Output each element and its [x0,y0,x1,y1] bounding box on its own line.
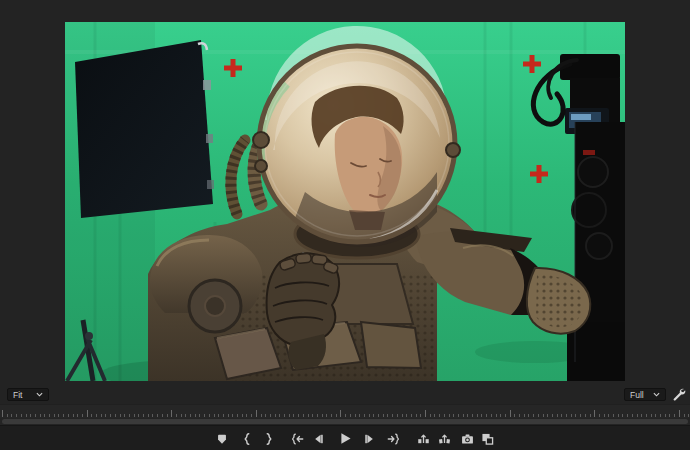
ruler-minor-tick [378,414,379,417]
ruler-minor-tick [44,414,45,417]
timeline-scrollbar[interactable] [2,419,688,424]
ruler-minor-tick [608,414,609,417]
ruler-major-tick [510,410,511,417]
mark-out-icon [262,432,276,446]
ruler-minor-tick [646,414,647,417]
ruler-minor-tick [453,414,454,417]
ruler-minor-tick [279,414,280,417]
ruler-minor-tick [420,414,421,417]
ruler-minor-tick [411,414,412,417]
ruler-minor-tick [251,414,252,417]
ruler-minor-tick [11,414,12,417]
ruler-minor-tick [275,414,276,417]
resolution-value: Full [630,390,644,400]
chevron-down-icon [653,392,660,397]
ruler-minor-tick [684,414,685,417]
ruler-minor-tick [185,414,186,417]
ruler-minor-tick [115,414,116,417]
ruler-minor-tick [359,414,360,417]
add-marker-button[interactable] [214,431,230,447]
ruler-minor-tick [387,414,388,417]
ruler-minor-tick [35,414,36,417]
ruler-minor-tick [218,414,219,417]
step-forward-button[interactable] [362,431,378,447]
ruler-major-tick [594,410,595,417]
comparison-view-button[interactable] [479,431,495,447]
go-to-in-icon [290,432,305,446]
ruler-major-tick [340,410,341,417]
ruler-minor-tick [54,414,55,417]
ruler-minor-tick [665,414,666,417]
ruler-major-tick [425,410,426,417]
ruler-minor-tick [514,414,515,417]
ruler-minor-tick [105,414,106,417]
program-monitor-panel: Fit Full [0,0,690,450]
step-back-icon [311,432,325,446]
ruler-minor-tick [261,414,262,417]
ruler-minor-tick [148,414,149,417]
ruler-minor-tick [143,414,144,417]
ruler-minor-tick [350,414,351,417]
ruler-minor-tick [383,414,384,417]
ruler-minor-tick [167,414,168,417]
ruler-minor-tick [402,414,403,417]
ruler-minor-tick [364,414,365,417]
ruler-minor-tick [199,414,200,417]
go-to-in-button[interactable] [289,431,305,447]
play-button[interactable] [337,431,353,447]
ruler-minor-tick [472,414,473,417]
ruler-minor-tick [293,414,294,417]
ruler-minor-tick [547,414,548,417]
ruler-minor-tick [63,414,64,417]
ruler-minor-tick [336,414,337,417]
step-back-button[interactable] [310,431,326,447]
ruler-minor-tick [660,414,661,417]
extract-icon [437,432,452,446]
ruler-minor-tick [369,414,370,417]
ruler-minor-tick [618,414,619,417]
ruler-minor-tick [632,414,633,417]
lift-button[interactable] [415,431,431,447]
ruler-minor-tick [289,414,290,417]
go-to-out-icon [386,432,401,446]
ruler-minor-tick [373,414,374,417]
zoom-level-select[interactable]: Fit [7,388,49,401]
ruler-minor-tick [557,414,558,417]
ruler-minor-tick [82,414,83,417]
mark-in-button[interactable] [239,431,255,447]
ruler-minor-tick [543,414,544,417]
ruler-minor-tick [406,414,407,417]
mark-out-button[interactable] [261,431,277,447]
ruler-minor-tick [528,414,529,417]
playback-resolution-select[interactable]: Full [624,388,666,401]
go-to-out-button[interactable] [385,431,401,447]
ruler-minor-tick [571,414,572,417]
export-frame-button[interactable] [459,431,475,447]
step-forward-icon [363,432,377,446]
lift-icon [416,432,431,446]
ruler-minor-tick [331,414,332,417]
ruler-minor-tick [524,414,525,417]
ruler-minor-tick [430,414,431,417]
ruler-minor-tick [110,414,111,417]
ruler-minor-tick [312,414,313,417]
settings-wrench-icon[interactable] [671,387,686,402]
ruler-minor-tick [519,414,520,417]
ruler-minor-tick [317,414,318,417]
zoom-level-value: Fit [13,390,22,400]
ruler-minor-tick [58,414,59,417]
ruler-minor-tick [669,414,670,417]
ruler-minor-tick [124,414,125,417]
ruler-minor-tick [49,414,50,417]
ruler-minor-tick [467,414,468,417]
ruler-minor-tick [303,414,304,417]
ruler-minor-tick [152,414,153,417]
timeline-ruler[interactable] [0,404,690,419]
video-viewport[interactable] [65,22,625,381]
ruler-minor-tick [181,414,182,417]
ruler-minor-tick [533,414,534,417]
ruler-minor-tick [26,414,27,417]
extract-button[interactable] [436,431,452,447]
play-icon [338,431,353,446]
ruler-minor-tick [655,414,656,417]
